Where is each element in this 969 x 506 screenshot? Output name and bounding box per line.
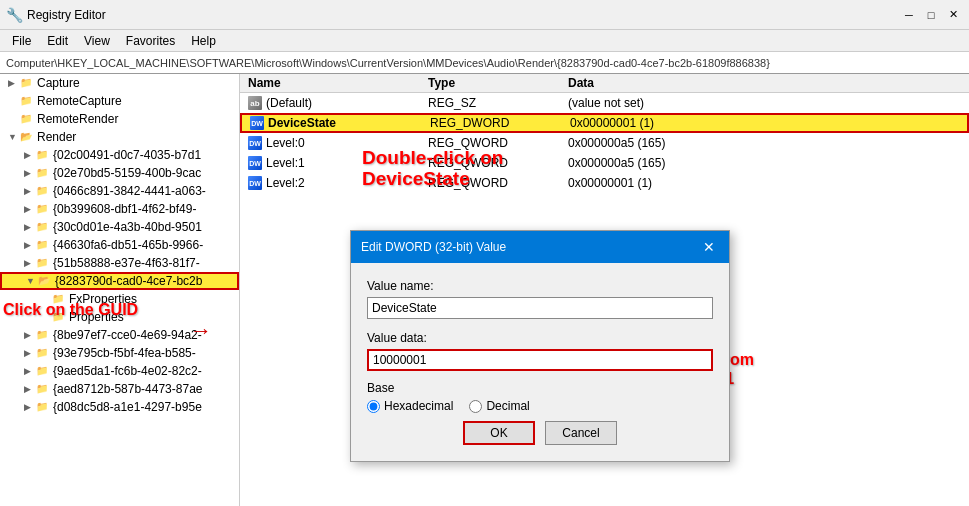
folder-icon: 📁 — [36, 203, 50, 215]
row-name: Level:2 — [266, 176, 305, 190]
base-section: Base Hexadecimal Decimal — [367, 381, 713, 413]
row-name: Level:1 — [266, 156, 305, 170]
dialog-close-button[interactable]: ✕ — [699, 237, 719, 257]
tree-label: Properties — [69, 310, 124, 324]
close-button[interactable]: ✕ — [943, 5, 963, 25]
detail-row-level2[interactable]: DW Level:2 REG_QWORD 0x00000001 (1) — [240, 173, 969, 193]
tree-label: RemoteCapture — [37, 94, 122, 108]
tree-label: {aed8712b-587b-4473-87ae — [53, 382, 202, 396]
tree-item-capture[interactable]: ▶ 📁 Capture — [0, 74, 239, 92]
folder-icon: 📁 — [20, 77, 34, 89]
folder-icon: 📁 — [36, 257, 50, 269]
folder-icon: 📁 — [20, 95, 34, 107]
folder-icon: 📁 — [52, 311, 66, 323]
row-type: REG_QWORD — [428, 156, 508, 170]
folder-icon: 📁 — [36, 347, 50, 359]
dialog-title-bar: Edit DWORD (32-bit) Value ✕ — [351, 231, 729, 263]
tree-item-guid10[interactable]: ▶ 📁 {9aed5da1-fc6b-4e02-82c2- — [0, 362, 239, 380]
tree-label: FxProperties — [69, 292, 137, 306]
row-type: REG_QWORD — [428, 176, 508, 190]
base-dec-label: Decimal — [486, 399, 529, 413]
tree-label: {46630fa6-db51-465b-9966- — [53, 238, 203, 252]
reg-icon-dw: DW — [248, 136, 262, 150]
folder-icon: 📁 — [36, 167, 50, 179]
tree-arrow: ▶ — [8, 78, 20, 88]
menu-help[interactable]: Help — [183, 32, 224, 49]
folder-icon: 📁 — [36, 185, 50, 197]
tree-item-fxproperties[interactable]: 📁 FxProperties — [0, 290, 239, 308]
tree-item-guid4[interactable]: ▶ 📁 {0b399608-dbf1-4f62-bf49- — [0, 200, 239, 218]
row-data: 0x000000a5 (165) — [568, 156, 665, 170]
tree-label: {93e795cb-f5bf-4fea-b585- — [53, 346, 196, 360]
tree-arrow: ▶ — [24, 150, 36, 160]
tree-label: {0466c891-3842-4441-a063- — [53, 184, 206, 198]
tree-item-guid7[interactable]: ▶ 📁 {51b58888-e37e-4f63-81f7- — [0, 254, 239, 272]
menu-favorites[interactable]: Favorites — [118, 32, 183, 49]
tree-item-guid11[interactable]: ▶ 📁 {aed8712b-587b-4473-87ae — [0, 380, 239, 398]
window-controls: ─ □ ✕ — [899, 5, 963, 25]
menu-view[interactable]: View — [76, 32, 118, 49]
tree-arrow: ▶ — [24, 384, 36, 394]
tree-arrow: ▼ — [26, 276, 38, 286]
menu-file[interactable]: File — [4, 32, 39, 49]
detail-row-devicestate[interactable]: DW DeviceState REG_DWORD 0x00000001 (1) — [240, 113, 969, 133]
folder-icon: 📁 — [36, 221, 50, 233]
tree-item-guid1[interactable]: ▶ 📁 {02c00491-d0c7-4035-b7d1 — [0, 146, 239, 164]
tree-item-guid12[interactable]: ▶ 📁 {d08dc5d8-a1e1-4297-b95e — [0, 398, 239, 416]
detail-row-level1[interactable]: DW Level:1 REG_QWORD 0x000000a5 (165) — [240, 153, 969, 173]
menu-bar: File Edit View Favorites Help — [0, 30, 969, 52]
detail-row-level0[interactable]: DW Level:0 REG_QWORD 0x000000a5 (165) — [240, 133, 969, 153]
tree-label: Capture — [37, 76, 80, 90]
tree-item-guid2[interactable]: ▶ 📁 {02e70bd5-5159-400b-9cac — [0, 164, 239, 182]
tree-item-guid-selected[interactable]: ▼ 📂 {8283790d-cad0-4ce7-bc2b — [0, 272, 239, 290]
tree-arrow: ▶ — [24, 330, 36, 340]
folder-icon: 📂 — [20, 131, 34, 143]
tree-label: {8283790d-cad0-4ce7-bc2b — [55, 274, 202, 288]
tree-label: {02e70bd5-5159-400b-9cac — [53, 166, 201, 180]
reg-icon-ab: ab — [248, 96, 262, 110]
tree-item-guid3[interactable]: ▶ 📁 {0466c891-3842-4441-a063- — [0, 182, 239, 200]
col-name-header: Name — [248, 76, 428, 90]
base-decimal[interactable]: Decimal — [469, 399, 529, 413]
folder-icon: 📁 — [20, 113, 34, 125]
dialog-buttons: OK Cancel — [367, 421, 713, 445]
tree-arrow: ▶ — [24, 240, 36, 250]
row-name: (Default) — [266, 96, 312, 110]
edit-dword-dialog[interactable]: Edit DWORD (32-bit) Value ✕ Value name: … — [350, 230, 730, 462]
tree-item-guid8[interactable]: ▶ 📁 {8be97ef7-cce0-4e69-94a2- — [0, 326, 239, 344]
value-name-input[interactable]: DeviceState — [367, 297, 713, 319]
tree-item-remotecapture[interactable]: 📁 RemoteCapture — [0, 92, 239, 110]
tree-label: {30c0d01e-4a3b-40bd-9501 — [53, 220, 202, 234]
tree-item-guid6[interactable]: ▶ 📁 {46630fa6-db51-465b-9966- — [0, 236, 239, 254]
folder-icon: 📁 — [36, 239, 50, 251]
tree-item-render[interactable]: ▼ 📂 Render — [0, 128, 239, 146]
tree-arrow: ▶ — [24, 204, 36, 214]
tree-item-properties[interactable]: 📁 Properties — [0, 308, 239, 326]
tree-arrow: ▶ — [24, 168, 36, 178]
base-hexadecimal[interactable]: Hexadecimal — [367, 399, 453, 413]
folder-icon: 📁 — [52, 293, 66, 305]
folder-icon: 📁 — [36, 329, 50, 341]
menu-edit[interactable]: Edit — [39, 32, 76, 49]
tree-item-guid5[interactable]: ▶ 📁 {30c0d01e-4a3b-40bd-9501 — [0, 218, 239, 236]
col-type-header: Type — [428, 76, 568, 90]
base-hex-label: Hexadecimal — [384, 399, 453, 413]
tree-item-guid9[interactable]: ▶ 📁 {93e795cb-f5bf-4fea-b585- — [0, 344, 239, 362]
value-data-input[interactable] — [367, 349, 713, 371]
row-name: Level:0 — [266, 136, 305, 150]
tree-arrow: ▶ — [24, 186, 36, 196]
tree-item-remoterender[interactable]: 📁 RemoteRender — [0, 110, 239, 128]
row-data: 0x000000a5 (165) — [568, 136, 665, 150]
app-icon: 🔧 — [6, 7, 23, 23]
minimize-button[interactable]: ─ — [899, 5, 919, 25]
maximize-button[interactable]: □ — [921, 5, 941, 25]
row-data: 0x00000001 (1) — [570, 116, 654, 130]
reg-icon-dw: DW — [248, 156, 262, 170]
tree-label: {02c00491-d0c7-4035-b7d1 — [53, 148, 201, 162]
base-label: Base — [367, 381, 713, 395]
tree-arrow: ▶ — [24, 348, 36, 358]
cancel-button[interactable]: Cancel — [545, 421, 617, 445]
ok-button[interactable]: OK — [463, 421, 535, 445]
col-data-header: Data — [568, 76, 961, 90]
detail-row-default[interactable]: ab (Default) REG_SZ (value not set) — [240, 93, 969, 113]
